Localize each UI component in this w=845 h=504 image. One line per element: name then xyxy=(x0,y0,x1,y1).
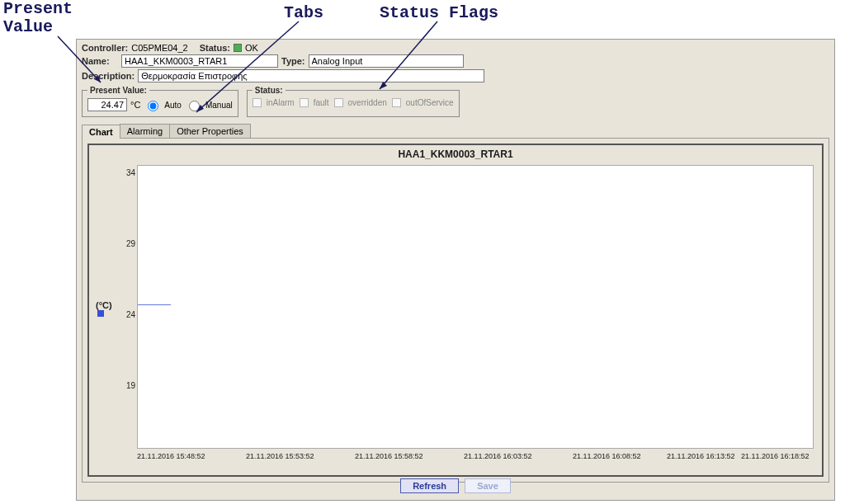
overridden-checkbox xyxy=(334,98,343,107)
overridden-label: overridden xyxy=(348,98,387,107)
ytick-0: 34 xyxy=(111,168,135,177)
outOfService-checkbox xyxy=(392,98,401,107)
header-row: Controller: C05PME04_2 Status: OK xyxy=(77,40,834,54)
tab-bar: Chart Alarming Other Properties xyxy=(77,124,834,138)
present-value-unit: °C xyxy=(130,100,140,110)
xtick-0: 21.11.2016 15:48:52 xyxy=(137,452,205,460)
controller-label: Controller: xyxy=(82,43,128,53)
status-text: OK xyxy=(245,43,258,53)
annotation-tabs: Tabs xyxy=(284,3,323,22)
annotation-status-flags: Status Flags xyxy=(380,3,498,22)
xtick-3: 21.11.2016 16:03:52 xyxy=(464,452,532,460)
chart-ylabel: (°C) xyxy=(96,300,112,310)
description-label: Description: xyxy=(82,71,135,81)
ytick-2: 24 xyxy=(111,310,135,319)
ytick-3: 19 xyxy=(111,381,135,390)
ytick-1: 29 xyxy=(111,239,135,248)
manual-radio[interactable] xyxy=(189,101,200,111)
annotation-present-value: PresentValue xyxy=(3,0,73,36)
chart-series-line xyxy=(138,304,171,305)
chart-title: HAA1_KKM0003_RTAR1 xyxy=(89,145,822,162)
status-legend: Status: xyxy=(253,86,286,95)
status-group: Status: inAlarm fault overridden outOfSe… xyxy=(247,86,460,117)
chart-frame: HAA1_KKM0003_RTAR1 34 29 24 19 (°C) 21.1… xyxy=(87,144,824,477)
save-button[interactable]: Save xyxy=(465,478,511,493)
xtick-5: 21.11.2016 16:13:52 xyxy=(667,452,735,460)
auto-radio[interactable] xyxy=(148,101,158,111)
tab-alarming[interactable]: Alarming xyxy=(120,124,170,138)
refresh-button[interactable]: Refresh xyxy=(400,478,459,493)
tab-other-properties[interactable]: Other Properties xyxy=(169,124,251,138)
plot-area[interactable] xyxy=(137,165,814,449)
properties-panel: Controller: C05PME04_2 Status: OK Name: … xyxy=(76,39,835,501)
manual-label: Manual xyxy=(205,101,233,110)
type-field[interactable] xyxy=(309,54,464,68)
name-label: Name: xyxy=(82,56,118,66)
tab-body: HAA1_KKM0003_RTAR1 34 29 24 19 (°C) 21.1… xyxy=(82,138,829,483)
inAlarm-label: inAlarm xyxy=(267,98,295,107)
fault-checkbox xyxy=(300,98,309,107)
legend-swatch-icon xyxy=(97,310,104,317)
present-value-legend: Present Value: xyxy=(87,86,149,95)
inAlarm-checkbox xyxy=(253,98,262,107)
status-ok-icon xyxy=(234,44,242,52)
description-field[interactable] xyxy=(138,69,484,82)
outOfService-label: outOfService xyxy=(406,98,454,107)
present-value-field[interactable] xyxy=(87,98,127,111)
name-field[interactable] xyxy=(121,54,278,68)
description-row: Description: xyxy=(77,69,834,86)
xtick-2: 21.11.2016 15:58:52 xyxy=(355,452,423,460)
fault-label: fault xyxy=(314,98,329,107)
xtick-6: 21.11.2016 16:18:52 xyxy=(741,452,810,460)
xtick-1: 21.11.2016 15:53:52 xyxy=(246,452,314,460)
controller-value: C05PME04_2 xyxy=(131,43,188,53)
present-value-group: Present Value: °C Auto Manual xyxy=(82,86,238,117)
status-label: Status: xyxy=(200,43,230,53)
auto-label: Auto xyxy=(164,101,182,110)
button-bar: Refresh Save xyxy=(77,478,834,493)
tab-chart[interactable]: Chart xyxy=(82,125,120,139)
type-label: Type: xyxy=(281,56,305,66)
name-row: Name: Type: xyxy=(77,54,834,69)
xtick-4: 21.11.2016 16:08:52 xyxy=(573,452,641,460)
